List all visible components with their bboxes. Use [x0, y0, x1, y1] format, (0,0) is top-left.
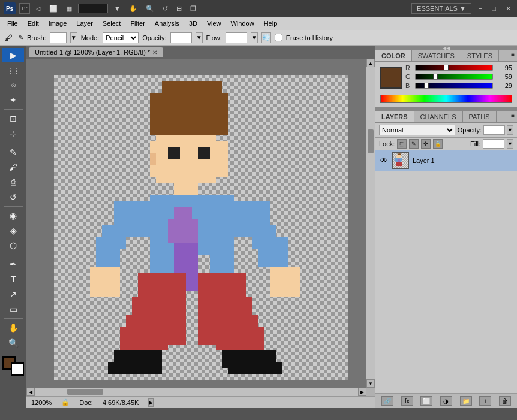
layout-icon[interactable]: ▦ — [64, 4, 74, 14]
opacity-toggle[interactable]: ▼ — [196, 32, 203, 43]
text-btn[interactable]: T — [2, 272, 24, 286]
menu-item-select[interactable]: Select — [98, 19, 126, 28]
marquee-tool-btn[interactable]: ⬚ — [2, 63, 24, 77]
r-slider-track[interactable] — [415, 65, 493, 71]
healing-btn[interactable]: ✎ — [2, 145, 24, 159]
eraser-btn[interactable]: ◉ — [2, 209, 24, 223]
brush-size-input[interactable]: 1 — [50, 32, 67, 43]
link-layers-btn[interactable]: 🔗 — [381, 396, 393, 406]
fg-bg-colors[interactable] — [2, 356, 24, 376]
scroll-left-btn[interactable]: ◀ — [26, 388, 35, 396]
add-layer-style-btn[interactable]: fx — [401, 396, 413, 406]
scroll-thumb-horizontal[interactable] — [67, 389, 103, 395]
scroll-thumb-vertical[interactable] — [368, 129, 374, 153]
history-btn[interactable]: ↺ — [2, 190, 24, 204]
brush-btn[interactable]: 🖌 — [2, 160, 24, 174]
monitor-icon[interactable]: ⬜ — [47, 4, 60, 14]
scroll-track-vertical[interactable] — [366, 67, 375, 379]
horizontal-scrollbar[interactable]: ◀ ▶ — [26, 388, 366, 396]
path-select-btn[interactable]: ↗ — [2, 287, 24, 301]
pixel-canvas[interactable] — [54, 75, 348, 380]
menu-item-image[interactable]: Image — [44, 19, 72, 28]
panel-collapse-top[interactable]: ◀◀ — [375, 46, 517, 50]
opacity-value-input[interactable]: 100% — [483, 125, 505, 135]
delete-layer-btn[interactable]: 🗑 — [499, 396, 511, 406]
r-slider-thumb[interactable] — [444, 65, 449, 71]
maximize-btn[interactable]: □ — [489, 4, 498, 13]
flow-toggle[interactable]: ▼ — [251, 32, 258, 43]
vertical-scrollbar[interactable]: ▲ ▼ — [366, 59, 375, 388]
blend-mode-select[interactable]: Normal Multiply Screen Overlay — [379, 125, 455, 135]
b-slider-track[interactable] — [415, 83, 493, 89]
nav-back-btn[interactable]: ◁ — [34, 4, 43, 14]
new-group-btn[interactable]: 📁 — [460, 396, 472, 406]
menu-item-file[interactable]: File — [2, 19, 23, 28]
eyedropper-btn[interactable]: ⊹ — [2, 126, 24, 141]
scroll-down-btn[interactable]: ▼ — [366, 379, 375, 388]
minimize-btn[interactable]: − — [476, 4, 485, 13]
scroll-track-horizontal[interactable] — [35, 388, 358, 396]
shape-btn[interactable]: ▭ — [2, 302, 24, 316]
rotate-icon[interactable]: ↺ — [160, 4, 170, 14]
mode-select[interactable]: Pencil Normal Multiply — [103, 32, 139, 43]
menu-item-3d[interactable]: 3D — [184, 19, 202, 28]
tab-layers[interactable]: LAYERS — [375, 111, 414, 122]
search-icon[interactable]: 🔍 — [143, 4, 157, 14]
tab-channels[interactable]: CHANNELS — [414, 111, 463, 122]
brush-size-toggle[interactable]: ▼ — [70, 32, 77, 43]
add-mask-btn[interactable]: ⬜ — [420, 396, 432, 406]
opacity-toggle-btn[interactable]: ▼ — [507, 125, 513, 135]
fill-value-input[interactable]: 100% — [483, 139, 504, 149]
lock-position-btn[interactable]: ✛ — [421, 139, 431, 149]
menu-item-layer[interactable]: Layer — [71, 19, 98, 28]
g-slider-track[interactable] — [415, 74, 493, 80]
lock-transparent-btn[interactable]: ⬚ — [397, 139, 407, 149]
panel-menu-icon[interactable]: ≡ — [509, 50, 517, 59]
canvas-wrapper[interactable]: ▲ ▼ ◀ ▶ — [26, 59, 375, 396]
menu-item-window[interactable]: Window — [226, 19, 259, 28]
color-spectrum[interactable] — [380, 95, 512, 103]
menu-item-view[interactable]: View — [202, 19, 226, 28]
status-arrow-btn[interactable]: ▶ — [148, 398, 154, 407]
canvas-tab[interactable]: Untitled-1 @ 1200% (Layer 1, RGB/8) * ✕ — [29, 47, 163, 57]
b-slider-thumb[interactable] — [424, 83, 429, 89]
grid-icon[interactable]: ⊞ — [174, 4, 184, 14]
hand-tool-top[interactable]: ✋ — [127, 4, 140, 14]
color-panel-menu-btn[interactable]: ≡ — [509, 50, 517, 61]
new-layer-btn[interactable]: + — [479, 396, 491, 406]
move-tool-btn[interactable]: ▶ — [2, 48, 24, 62]
brush-tool-icon[interactable]: 🖌 — [2, 32, 14, 44]
menu-item-edit[interactable]: Edit — [23, 19, 44, 28]
essentials-btn[interactable]: ESSENTIALS ▼ — [411, 3, 471, 14]
bridge-icon[interactable]: Br — [19, 3, 30, 14]
opacity-input[interactable]: 100% — [170, 32, 192, 43]
airbrush-btn[interactable]: 💨 — [261, 32, 271, 43]
bg-color-swatch[interactable] — [11, 362, 24, 376]
zoom-menu-btn[interactable]: ▼ — [112, 4, 123, 13]
fill-toggle-btn[interactable]: ▼ — [507, 139, 513, 149]
main-color-swatch[interactable] — [380, 67, 402, 89]
pen-btn[interactable]: ✒ — [2, 257, 24, 271]
lock-all-btn[interactable]: 🔒 — [433, 139, 443, 149]
layers-panel-menu-btn[interactable]: ≡ — [509, 111, 517, 122]
new-adjustment-btn[interactable]: ◑ — [440, 396, 452, 406]
quick-select-btn[interactable]: ✦ — [2, 93, 24, 107]
burn-btn[interactable]: ⬡ — [2, 238, 24, 253]
close-btn[interactable]: ✕ — [503, 4, 513, 14]
zoom-input[interactable]: 1200 — [78, 4, 108, 13]
flow-input[interactable] — [226, 32, 247, 43]
lock-image-btn[interactable]: ✎ — [409, 139, 419, 149]
g-slider-thumb[interactable] — [433, 74, 438, 80]
lasso-tool-btn[interactable]: ⍉ — [2, 78, 24, 92]
tab-color[interactable]: COLOR — [375, 50, 412, 61]
crop-tool-btn[interactable]: ⊡ — [2, 111, 24, 126]
gradient-btn[interactable]: ◈ — [2, 223, 24, 238]
menu-item-analysis[interactable]: Analysis — [150, 19, 184, 28]
scroll-up-btn[interactable]: ▲ — [366, 59, 375, 67]
erase-to-history-check[interactable] — [275, 34, 282, 41]
arrange-icon[interactable]: ❐ — [188, 4, 199, 14]
stamp-btn[interactable]: ⎙ — [2, 175, 24, 189]
tab-paths[interactable]: PATHS — [463, 111, 497, 122]
tab-styles[interactable]: STYLES — [461, 50, 499, 61]
hand-btn[interactable]: ✋ — [2, 321, 24, 335]
